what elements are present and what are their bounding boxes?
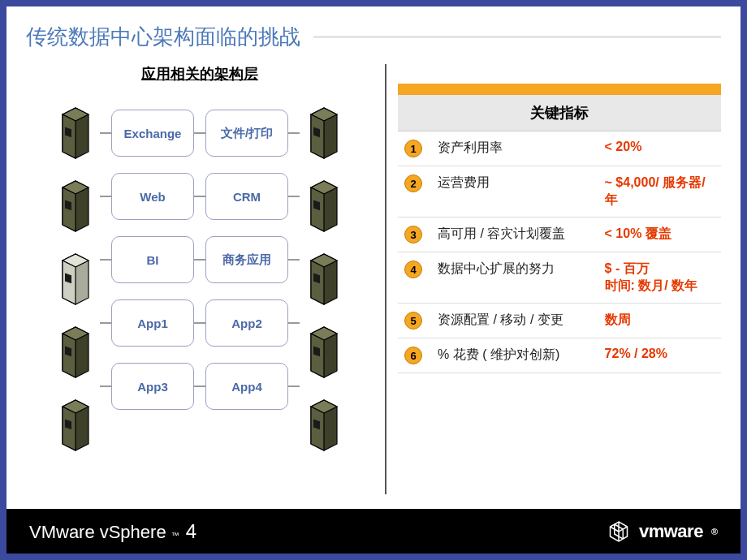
server-icon	[304, 394, 343, 452]
server-icon	[304, 101, 343, 160]
server-column-right	[304, 93, 343, 452]
metric-label: % 花费 ( 维护对创新)	[431, 338, 598, 373]
footer: VMware vSphere™ 4 vmware®	[6, 509, 741, 554]
app-pair: BI 商务应用	[100, 236, 300, 283]
footer-product-version: 4	[186, 520, 196, 543]
number-badge: 5	[404, 312, 422, 330]
metrics-header-row: 关键指标	[398, 95, 721, 131]
number-badge: 1	[404, 140, 422, 157]
server-icon	[56, 321, 95, 379]
metric-number-cell: 6	[398, 338, 431, 373]
connector-line	[288, 196, 300, 197]
metric-value: < 20%	[598, 131, 721, 166]
app-box: CRM	[205, 173, 288, 220]
server-icon	[56, 174, 95, 233]
number-badge: 2	[404, 174, 422, 192]
number-badge: 3	[404, 226, 422, 243]
metrics-table: 关键指标 1 资产利用率 < 20% 2 运营费用 ~ $4,000/ 服务器/…	[398, 84, 721, 373]
app-pair: App1 App2	[100, 299, 300, 347]
metrics-row: 2 运营费用 ~ $4,000/ 服务器/年	[398, 166, 721, 218]
connector-line	[194, 259, 205, 261]
content-area: 传统数据中心架构面临的挑战 应用相关的架构层	[6, 6, 741, 509]
connector-line	[194, 386, 205, 387]
trademark-icon: ™	[171, 531, 179, 540]
server-icon	[56, 394, 95, 452]
server-column-left	[56, 93, 95, 452]
metric-label: 高可用 / 容灾计划覆盖	[431, 218, 598, 252]
app-pair-column: Exchange 文件/打印 Web CRM BI 商务应用 App1 App2…	[100, 93, 300, 410]
app-pair: Web CRM	[100, 173, 300, 220]
footer-product-vm: VMware	[29, 522, 95, 543]
metric-label: 资产利用率	[431, 131, 598, 166]
connector-line	[100, 386, 111, 387]
connector-line	[194, 196, 205, 197]
metric-value: ~ $4,000/ 服务器/年	[598, 166, 721, 218]
title-bar: 传统数据中心架构面临的挑战	[26, 23, 721, 51]
connector-line	[100, 259, 111, 261]
app-box: 文件/打印	[205, 110, 288, 157]
metrics-row: 6 % 花费 ( 维护对创新) 72% / 28%	[398, 338, 721, 373]
metric-label: 运营费用	[431, 166, 598, 218]
connector-line	[194, 132, 205, 134]
app-box: Exchange	[111, 110, 194, 157]
app-pair: App3 App4	[100, 363, 300, 410]
connector-line	[288, 386, 300, 387]
app-box: App1	[111, 299, 194, 347]
metrics-row: 1 资产利用率 < 20%	[398, 131, 721, 166]
server-icon	[56, 101, 95, 160]
connector-line	[194, 322, 205, 324]
metric-value: 72% / 28%	[598, 338, 721, 373]
connector-line	[288, 132, 300, 134]
connector-line	[288, 259, 300, 261]
metric-number-cell: 5	[398, 304, 431, 338]
connector-line	[100, 196, 111, 197]
metric-value: $ - 百万时间: 数月/ 数年	[598, 252, 721, 304]
number-badge: 4	[404, 261, 422, 278]
metrics-header: 关键指标	[398, 95, 721, 131]
metric-number-cell: 4	[398, 252, 431, 304]
architecture-subtitle: 应用相关的架构层	[26, 64, 374, 84]
architecture-column: 应用相关的架构层 Exchange 文件/打印	[26, 64, 374, 494]
metric-number-cell: 2	[398, 166, 431, 218]
footer-product-sphere: vSphere	[100, 522, 166, 543]
metrics-row: 5 资源配置 / 移动 / 变更 数周	[398, 304, 721, 338]
app-box: Web	[111, 173, 194, 220]
app-box: 商务应用	[205, 236, 288, 283]
registered-icon: ®	[711, 527, 718, 536]
metrics-row: 4 数据中心扩展的努力 $ - 百万时间: 数月/ 数年	[398, 252, 721, 304]
columns: 应用相关的架构层 Exchange 文件/打印	[26, 64, 721, 494]
app-box: App3	[111, 363, 194, 410]
server-icon	[304, 321, 343, 379]
metrics-column: 关键指标 1 资产利用率 < 20% 2 运营费用 ~ $4,000/ 服务器/…	[398, 64, 721, 494]
metric-number-cell: 3	[398, 218, 431, 252]
vertical-divider	[385, 64, 386, 494]
cube-icon	[607, 519, 631, 544]
metric-value: 数周	[598, 304, 721, 338]
slide: 传统数据中心架构面临的挑战 应用相关的架构层	[0, 0, 747, 560]
footer-brand: vmware®	[607, 519, 718, 544]
server-icon	[304, 174, 343, 233]
metric-number-cell: 1	[398, 131, 431, 166]
footer-brand-text: vmware	[639, 521, 703, 542]
architecture-grid: Exchange 文件/打印 Web CRM BI 商务应用 App1 App2…	[26, 93, 374, 452]
metric-value: < 10% 覆盖	[598, 218, 721, 252]
title-divider-line	[313, 36, 721, 38]
metric-label: 数据中心扩展的努力	[431, 252, 598, 304]
metric-label: 资源配置 / 移动 / 变更	[431, 304, 598, 338]
connector-line	[288, 322, 300, 324]
app-pair: Exchange 文件/打印	[100, 110, 300, 157]
connector-line	[100, 132, 111, 134]
metrics-accent-bar	[398, 84, 721, 95]
footer-product: VMware vSphere™ 4	[29, 520, 196, 543]
connector-line	[100, 322, 111, 324]
server-icon	[56, 248, 95, 306]
app-box: App4	[205, 363, 288, 410]
app-box: App2	[205, 299, 288, 347]
metrics-row: 3 高可用 / 容灾计划覆盖 < 10% 覆盖	[398, 218, 721, 252]
number-badge: 6	[404, 347, 422, 364]
server-icon	[304, 248, 343, 306]
page-title: 传统数据中心架构面临的挑战	[26, 23, 300, 51]
app-box: BI	[111, 236, 194, 283]
